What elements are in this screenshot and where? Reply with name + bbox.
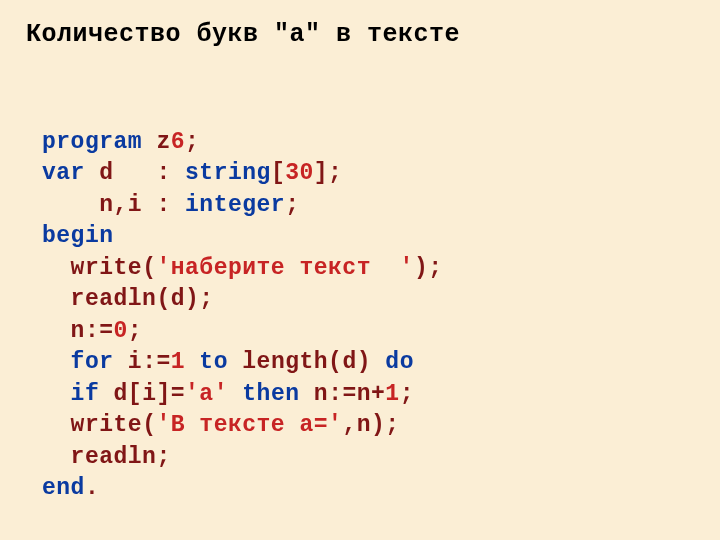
identifier: d: [114, 381, 128, 407]
identifier: z: [142, 129, 171, 155]
string: 'а': [185, 381, 228, 407]
punct: .: [85, 475, 99, 501]
code-line: write('В тексте а=',n);: [42, 412, 400, 438]
code-line: program z6;: [42, 129, 199, 155]
number: 0: [114, 318, 128, 344]
identifier: n: [314, 381, 328, 407]
punct: ];: [314, 160, 343, 186]
code-line: readln(d);: [42, 286, 214, 312]
punct: ): [357, 349, 386, 375]
identifier: readln: [42, 444, 156, 470]
punct: :=: [142, 349, 171, 375]
identifier: d: [342, 349, 356, 375]
string: 'В тексте а=': [156, 412, 342, 438]
punct: :: [156, 192, 185, 218]
punct: ,: [342, 412, 356, 438]
keyword: integer: [185, 192, 285, 218]
number: 1: [385, 381, 399, 407]
punct: [: [128, 381, 142, 407]
code-line: readln;: [42, 444, 171, 470]
punct: (: [156, 286, 170, 312]
code-line: n,i : integer;: [42, 192, 299, 218]
punct: :=: [328, 381, 357, 407]
code-line: write('наберите текст ');: [42, 255, 443, 281]
identifier: d: [99, 160, 156, 186]
punct: :=: [85, 318, 114, 344]
identifier: n: [357, 381, 371, 407]
identifier: readln: [42, 286, 156, 312]
punct: (: [328, 349, 342, 375]
punct: ;: [156, 444, 170, 470]
keyword: if: [42, 381, 114, 407]
identifier: n: [42, 318, 85, 344]
identifier: write: [42, 412, 142, 438]
code-line: var d : string[30];: [42, 160, 342, 186]
keyword: string: [185, 160, 271, 186]
punct: (: [142, 255, 156, 281]
identifier: write: [42, 255, 142, 281]
number: 1: [171, 349, 185, 375]
punct: :: [156, 160, 185, 186]
code-line: begin: [42, 223, 114, 249]
punct: ]=: [156, 381, 185, 407]
keyword: end: [42, 475, 85, 501]
identifier: n,i: [42, 192, 156, 218]
keyword: then: [228, 381, 314, 407]
punct: );: [371, 412, 400, 438]
code-line: n:=0;: [42, 318, 142, 344]
punct: (: [142, 412, 156, 438]
keyword: to: [185, 349, 242, 375]
number: 30: [285, 160, 314, 186]
punct: ;: [400, 381, 414, 407]
number: 6: [171, 129, 185, 155]
string: 'наберите текст ': [156, 255, 413, 281]
punct: +: [371, 381, 385, 407]
identifier: n: [357, 412, 371, 438]
identifier: length: [242, 349, 328, 375]
code-block: program z6; var d : string[30]; n,i : in…: [26, 95, 694, 505]
identifier: d: [171, 286, 185, 312]
punct: ;: [285, 192, 299, 218]
identifier: i: [142, 381, 156, 407]
code-line: if d[i]='а' then n:=n+1;: [42, 381, 414, 407]
keyword: var: [42, 160, 99, 186]
identifier: i: [128, 349, 142, 375]
punct: );: [185, 286, 214, 312]
keyword: begin: [42, 223, 114, 249]
punct: [: [271, 160, 285, 186]
code-line: for i:=1 to length(d) do: [42, 349, 414, 375]
slide-title: Количество букв "а" в тексте: [26, 20, 694, 49]
punct: ;: [128, 318, 142, 344]
punct: ;: [185, 129, 199, 155]
keyword: do: [385, 349, 414, 375]
keyword: program: [42, 129, 142, 155]
punct: );: [414, 255, 443, 281]
code-line: end.: [42, 475, 99, 501]
keyword: for: [42, 349, 128, 375]
